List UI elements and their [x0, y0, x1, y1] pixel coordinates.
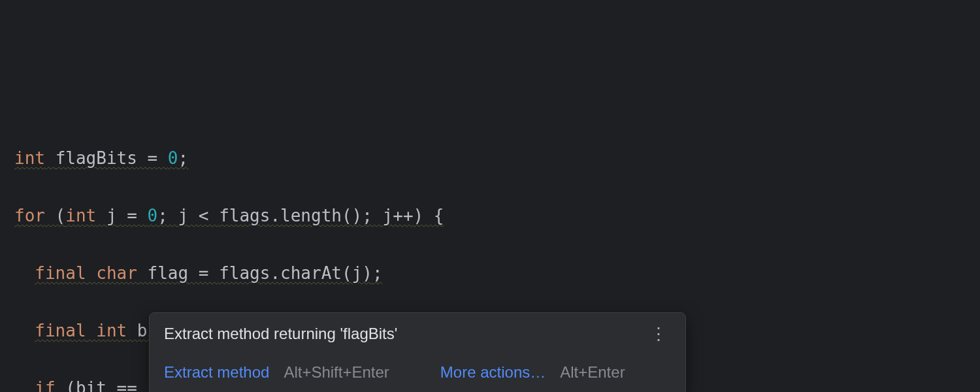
code-line: for (int j = 0; j < flags.length(); j++)… — [14, 201, 980, 230]
intention-popup: Extract method returning 'flagBits' ⋮ Ex… — [149, 312, 686, 392]
shortcut-label: Alt+Shift+Enter — [284, 361, 389, 384]
extract-method-action[interactable]: Extract method — [164, 361, 269, 384]
code-line: final char flag = flags.charAt(j); — [14, 259, 980, 287]
more-icon[interactable]: ⋮ — [647, 322, 671, 346]
popup-title: Extract method returning 'flagBits' — [164, 323, 397, 345]
shortcut-label: Alt+Enter — [560, 361, 625, 384]
more-actions-action[interactable]: More actions… — [440, 361, 546, 384]
code-line: int flagBits = 0; — [14, 144, 980, 172]
